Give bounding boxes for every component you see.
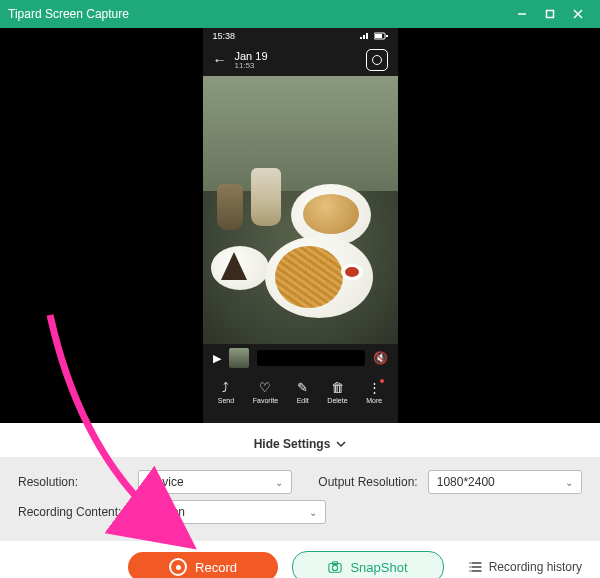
record-button[interactable]: Record xyxy=(128,552,278,578)
phone-statusbar: 15:38 xyxy=(203,28,398,44)
chevron-down-icon: ⌄ xyxy=(309,507,317,518)
edit-action[interactable]: ✎Edit xyxy=(297,381,309,404)
close-button[interactable] xyxy=(564,0,592,28)
svg-rect-5 xyxy=(375,34,382,38)
app-title: Tipard Screen Capture xyxy=(8,7,508,21)
phone-status-icons xyxy=(360,32,388,40)
hide-settings-label: Hide Settings xyxy=(254,437,331,451)
record-icon xyxy=(169,558,187,576)
recording-history-link[interactable]: Recording history xyxy=(469,560,582,574)
lens-icon[interactable] xyxy=(366,49,388,71)
svg-rect-1 xyxy=(547,11,554,18)
svg-rect-6 xyxy=(386,35,388,37)
button-row: Record SnapShot Recording history xyxy=(0,541,600,578)
recording-content-label: Recording Content: xyxy=(18,505,128,519)
more-icon: ⋮ xyxy=(368,381,381,395)
snapshot-button[interactable]: SnapShot xyxy=(292,551,444,578)
settings-form: Resolution: Device ⌄ Output Resolution: … xyxy=(0,457,600,541)
pencil-icon: ✎ xyxy=(297,381,308,395)
maximize-button[interactable] xyxy=(536,0,564,28)
chevron-down-icon: ⌄ xyxy=(565,477,573,488)
favorite-action[interactable]: ♡Favorite xyxy=(253,381,278,404)
signal-icon xyxy=(360,32,370,40)
thumbnail-bar xyxy=(257,350,365,366)
list-icon xyxy=(469,560,483,574)
phone-time: 15:38 xyxy=(213,31,236,41)
preview-area: 15:38 ← Jan 19 11:53 ▶ 🔇 xyxy=(0,28,600,423)
chevron-down-icon xyxy=(336,439,346,449)
play-icon[interactable]: ▶ xyxy=(213,352,221,365)
battery-icon xyxy=(374,32,388,40)
phone-thumbnails: ▶ 🔇 xyxy=(203,344,398,372)
phone-screen: 15:38 ← Jan 19 11:53 ▶ 🔇 xyxy=(203,28,398,423)
titlebar: Tipard Screen Capture xyxy=(0,0,600,28)
svg-point-8 xyxy=(333,565,338,570)
resolution-label: Resolution: xyxy=(18,475,128,489)
chevron-down-icon: ⌄ xyxy=(275,477,283,488)
photo-content xyxy=(203,76,398,344)
delete-action[interactable]: 🗑Delete xyxy=(327,381,347,404)
phone-header: ← Jan 19 11:53 xyxy=(203,44,398,76)
mute-icon[interactable]: 🔇 xyxy=(373,351,388,365)
heart-icon: ♡ xyxy=(259,381,271,395)
photo-date: Jan 19 11:53 xyxy=(235,51,358,70)
more-action[interactable]: ⋮More xyxy=(366,381,382,404)
trash-icon: 🗑 xyxy=(331,381,344,395)
settings-panel: Hide Settings Resolution: Device ⌄ Outpu… xyxy=(0,423,600,578)
back-icon[interactable]: ← xyxy=(213,52,227,68)
share-icon: ⤴ xyxy=(222,381,229,395)
resolution-select[interactable]: Device ⌄ xyxy=(138,470,292,494)
hide-settings-toggle[interactable]: Hide Settings xyxy=(0,431,600,457)
camera-icon xyxy=(328,560,342,574)
phone-actions: ⤴Send ♡Favorite ✎Edit 🗑Delete ⋮More xyxy=(203,372,398,412)
output-resolution-select[interactable]: 1080*2400 ⌄ xyxy=(428,470,582,494)
send-action[interactable]: ⤴Send xyxy=(218,381,234,404)
output-resolution-label: Output Resolution: xyxy=(318,475,417,489)
recording-content-select[interactable]: Screen ⌄ xyxy=(138,500,326,524)
minimize-button[interactable] xyxy=(508,0,536,28)
thumbnail[interactable] xyxy=(229,348,249,368)
